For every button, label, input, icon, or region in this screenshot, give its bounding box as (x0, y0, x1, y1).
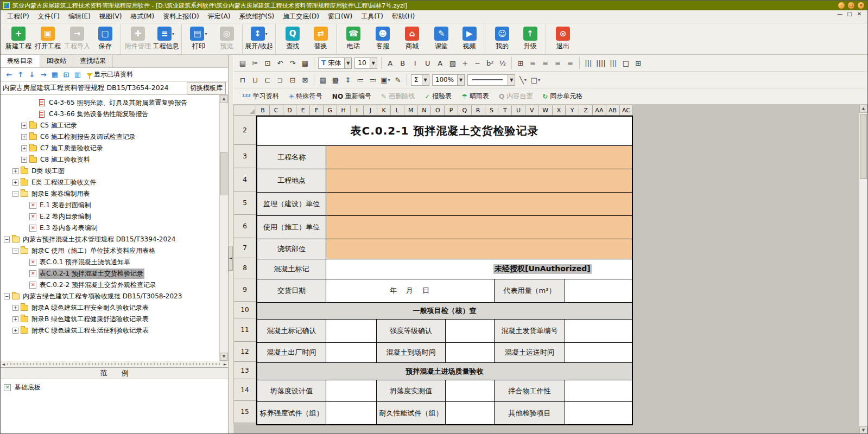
special-symbols-button[interactable]: ✳ 特殊符号 (284, 90, 327, 103)
panel-splitter[interactable]: ◄ (229, 55, 233, 434)
cell-input[interactable]: 未经授权[UnAuthorized] (326, 259, 632, 279)
column-header[interactable]: M (404, 105, 418, 116)
cell-label[interactable]: 交货日期 (257, 279, 326, 302)
phone-button[interactable]: ☎ ▾ 电话 (339, 24, 368, 54)
mdi-restore-button[interactable]: □ (845, 11, 854, 17)
save-button[interactable]: ▢ ▾ 保存 (92, 24, 121, 54)
cell-label[interactable]: 坍落度实测值 (377, 380, 446, 401)
cell-label[interactable]: 混凝土运送时间 (495, 343, 565, 362)
form-title[interactable]: 表C.0.2-1 预拌混凝土交货检验记录 (257, 117, 632, 145)
tree-expander-icon[interactable] (21, 123, 27, 129)
menu-item[interactable]: 文件(F) (34, 10, 64, 23)
column-header[interactable]: Z (579, 105, 593, 116)
forward-icon[interactable]: → (38, 69, 49, 80)
column-header[interactable]: W (539, 105, 553, 116)
scroll-right-icon[interactable]: ► (224, 362, 227, 367)
delete-row-icon[interactable]: ⊟ (287, 74, 299, 86)
column-header[interactable]: J (364, 105, 377, 116)
cell-label[interactable]: 混凝土标记确认 (257, 320, 326, 342)
strikethrough-button[interactable]: ✎ 画删除线 (377, 90, 419, 103)
collapse-panel-button[interactable]: ◄ (229, 246, 233, 271)
chevron-down-icon[interactable]: ▼ (344, 58, 351, 68)
fraction-icon[interactable]: ½ (497, 57, 509, 69)
tree-expander-icon[interactable] (21, 134, 27, 140)
section-header[interactable]: 一般项目检（核）查 (257, 303, 632, 319)
tree-expander-icon[interactable] (12, 316, 18, 322)
column-header[interactable]: AC (620, 105, 633, 116)
protect-cell-icon[interactable]: ▩ (330, 74, 341, 86)
column-header[interactable]: X (553, 105, 566, 116)
font-size-select[interactable]: 10 ▼ (354, 58, 377, 69)
column-header[interactable]: U (512, 105, 525, 116)
tree-vertical-scrollbar[interactable]: ▲▼ (219, 95, 228, 361)
merge-cells-icon[interactable]: ⊞ (515, 57, 527, 69)
paste-icon[interactable]: ▤ (237, 57, 249, 69)
customer-service-button[interactable]: ☻ ▾ 客服 (368, 24, 397, 54)
expand-collapse-button[interactable]: ↕ ▾ 展开/收起 (245, 24, 276, 54)
cell-date[interactable]: 年 月 日 (326, 279, 495, 302)
menu-item[interactable]: 帮助(H) (388, 10, 419, 23)
up-icon[interactable]: ↑ (15, 69, 26, 80)
cell-input[interactable] (326, 169, 632, 192)
open-project-button[interactable]: ▣ ▾ 打开工程 (33, 24, 62, 54)
scroll-thumb[interactable] (860, 114, 867, 179)
tree-item[interactable]: 附录E 案卷编制用表 (1, 188, 218, 200)
scroll-track[interactable] (859, 113, 867, 426)
grid-view-icon[interactable]: ▦ (49, 69, 60, 80)
column-header[interactable]: P (445, 105, 458, 116)
scroll-left-icon[interactable]: ◄ (2, 362, 5, 367)
border-columns-icon[interactable]: ||| (582, 57, 594, 69)
row-header[interactable]: 13 (233, 362, 256, 379)
cell-label[interactable]: 坍落度设计值 (257, 380, 326, 401)
border-columns-narrow-icon[interactable]: ||| (607, 57, 619, 69)
insert-row-below-icon[interactable]: ⊔ (249, 74, 261, 86)
italic-icon[interactable]: I (409, 57, 421, 69)
column-header[interactable]: E (296, 105, 310, 116)
insert-row-above-icon[interactable]: ⊓ (237, 74, 249, 86)
cell-input[interactable] (326, 146, 632, 169)
line-style-select[interactable]: ▼ (467, 74, 515, 86)
sum-select[interactable]: Σ ▼ (411, 74, 429, 86)
tree-item[interactable]: 附录B 绿色建筑工程健康舒适验收记录表 (1, 314, 218, 325)
merge-icon[interactable]: ▦ (317, 74, 329, 86)
video-button[interactable]: ▶ ▾ 视频 (456, 24, 485, 54)
row-header[interactable]: 15 (233, 401, 256, 423)
project-info-button[interactable]: ≡ ▾ 工程信息 (153, 24, 182, 54)
list-view-icon[interactable]: ▥ (72, 69, 83, 80)
cell-input[interactable] (326, 402, 377, 424)
cell-input[interactable] (326, 380, 377, 401)
weather-table-button[interactable]: ☂ 晴雨表 (457, 90, 493, 103)
attachment-manager-button[interactable]: ✚ ▾ 附件管理 (123, 24, 153, 54)
chevron-down-icon[interactable]: ▼ (422, 75, 429, 85)
minimize-button[interactable]: – (838, 2, 845, 9)
column-header[interactable]: T (498, 105, 512, 116)
cell-input[interactable] (326, 216, 632, 239)
superscript-icon[interactable]: b² (484, 57, 496, 69)
row-header[interactable]: 12 (233, 342, 256, 362)
draw-line-icon[interactable]: ╲ (517, 74, 529, 86)
tab-recycle-bin[interactable]: 回收站 (40, 55, 73, 67)
cell-label[interactable]: 代表用量（m³） (495, 279, 565, 302)
redo-icon[interactable]: ↷ (287, 57, 299, 69)
tree-item[interactable]: E类 工程竣工验收文件 (1, 177, 218, 188)
new-project-button[interactable]: + ▾ 新建工程 (4, 24, 33, 54)
tree-item[interactable]: 表C.0.2-1 预拌混凝土交货检验记录 (1, 268, 218, 279)
print-button[interactable]: ▤ ▾ 打印 (184, 24, 213, 54)
menu-item[interactable]: 编辑(E) (64, 10, 95, 23)
tree-item[interactable]: C7 施工质量验收记录 (1, 143, 218, 154)
column-header[interactable]: L (391, 105, 404, 116)
row-header[interactable]: 14 (233, 379, 256, 401)
switch-template-button[interactable]: 切换模板库 (187, 82, 226, 94)
sync-cells-button[interactable]: ↻ 同步单元格 (538, 90, 587, 103)
down-icon[interactable]: ↓ (27, 69, 37, 80)
tree-item[interactable]: 附录A 绿色建筑工程安全耐久验收记录表 (1, 302, 218, 314)
cell-label[interactable]: 混凝土到场时间 (377, 343, 446, 362)
border-columns-wide-icon[interactable]: |||| (595, 57, 607, 69)
my-account-button[interactable]: ☺ ▾ 我的 (487, 24, 517, 54)
row-header[interactable]: 4 (233, 168, 256, 192)
column-header[interactable]: AA (593, 105, 606, 116)
tab-form-catalog[interactable]: 表格目录 (1, 55, 40, 67)
tree-item[interactable]: C5 施工记录 (1, 120, 218, 131)
tree-expander-icon[interactable] (21, 145, 27, 151)
cell-input[interactable] (446, 380, 495, 401)
